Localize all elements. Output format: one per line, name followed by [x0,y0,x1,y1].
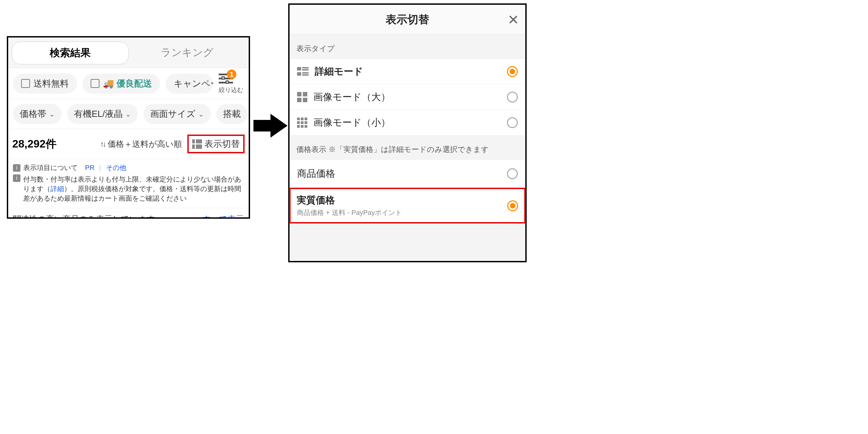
show-all-link[interactable]: すべて表示 [202,214,244,219]
dropdown-filters-row: 価格帯⌄ 有機EL/液晶⌄ 画面サイズ⌄ 搭載 [8,99,249,129]
truck-icon: 🚚 [103,78,113,89]
dropdown-label: 価格帯 [20,108,46,120]
chip-label: キャンペーン [174,78,213,90]
result-summary-row: 28,292 件 ↑↓ 価格＋送料が高い順 表示切替 [8,129,249,159]
option-sublabel: 商品価格 + 送料 - PayPayポイント [297,208,402,217]
option-label: 商品価格 [297,167,335,180]
arrow-right-icon [253,114,288,138]
tab-bar: 検索結果 ランキング [8,37,249,68]
view-switch-modal: 表示切替 ✕ 表示タイプ 詳細モード 画像モード（大） 画像モード（小） 価格表… [288,3,527,262]
about-display-label: 表示項目について [23,163,78,172]
chevron-down-icon: ⌄ [125,110,131,118]
related-label: 関連性の高い商品のみ表示しています [13,214,155,219]
close-icon[interactable]: ✕ [508,13,519,27]
other-link[interactable]: その他 [106,163,126,172]
option-label: 詳細モード [315,65,363,78]
radio-unselected-icon [507,117,518,128]
sort-arrows-icon: ↑↓ [100,140,105,149]
option-image-small[interactable]: 画像モード（小） [290,110,525,136]
filter-label: 絞り込む [219,86,243,94]
chevron-down-icon: ⌄ [49,110,55,118]
view-switch-label: 表示切替 [204,138,240,150]
filter-count-badge: 1 [227,69,236,79]
separator: | [99,164,101,172]
dropdown-equipped[interactable]: 搭載 [216,104,248,124]
radio-selected-icon [507,66,518,77]
view-switch-button[interactable]: 表示切替 [187,135,245,153]
option-label: 画像モード（小） [313,116,390,129]
grid-large-icon [297,92,307,102]
search-results-panel: 検索結果 ランキング 送料無料 🚚 優良配送 キャンペーン 1 絞り込む 価格帯… [7,36,250,219]
chip-premium-delivery[interactable]: 🚚 優良配送 [82,74,160,94]
detail-link[interactable]: 詳細 [50,185,64,192]
chip-label: 優良配送 [117,78,152,90]
list-view-icon [192,139,202,149]
dropdown-label: 有機EL/液晶 [74,108,123,120]
chevron-down-icon: ⌄ [198,110,204,118]
result-count-unit: 件 [46,137,57,152]
tab-search-results[interactable]: 検索結果 [12,42,129,64]
dropdown-label: 搭載 [223,108,241,120]
option-product-price[interactable]: 商品価格 [290,159,525,188]
dropdown-price-range[interactable]: 価格帯⌄ [13,104,62,124]
pr-link[interactable]: PR [85,164,95,172]
info-icon: i [13,174,20,182]
checkbox-icon [91,79,99,88]
option-image-large[interactable]: 画像モード（大） [290,84,525,110]
radio-unselected-icon [507,168,518,179]
grid-small-icon [297,118,307,128]
option-detail-mode[interactable]: 詳細モード [290,59,525,84]
filter-chips-row: 送料無料 🚚 優良配送 キャンペーン 1 絞り込む [8,68,249,99]
filter-button[interactable]: 1 絞り込む [219,73,245,94]
dropdown-label: 画面サイズ [150,108,196,120]
disclaimer-text: 付与数・付与率は表示よりも付与上限、未確定分により少ない場合があります（詳細）。… [23,174,244,203]
tab-ranking[interactable]: ランキング [129,42,245,64]
option-label: 画像モード（大） [313,91,390,104]
radio-unselected-icon [507,92,518,103]
sort-selector[interactable]: ↑↓ 価格＋送料が高い順 [100,139,182,150]
chip-free-shipping[interactable]: 送料無料 [13,74,77,94]
modal-title: 表示切替 [386,12,429,27]
related-products-row: 関連性の高い商品のみ表示しています すべて表示 [8,208,249,219]
chip-campaign[interactable]: キャンペーン [166,74,213,94]
result-count: 28,292 [12,138,46,150]
dropdown-panel-type[interactable]: 有機EL/液晶⌄ [67,104,138,124]
info-icon: i [13,164,20,172]
section-price-display-label: 価格表示 ※「実質価格」は詳細モードのみ選択できます [290,136,525,159]
chip-label: 送料無料 [33,78,69,90]
radio-selected-icon [507,200,518,211]
checkbox-icon [21,79,30,88]
option-label: 実質価格 [297,194,402,207]
detail-mode-icon [297,66,309,77]
sort-label: 価格＋送料が高い順 [108,139,182,150]
option-effective-price[interactable]: 実質価格 商品価格 + 送料 - PayPayポイント [289,188,526,223]
section-display-type-label: 表示タイプ [290,35,525,59]
dropdown-screen-size[interactable]: 画面サイズ⌄ [143,104,211,124]
filter-sliders-icon: 1 [219,73,233,84]
info-notes: i 表示項目について PR | その他 i 付与数・付与率は表示よりも付与上限、… [8,159,249,208]
modal-header: 表示切替 ✕ [290,5,525,35]
